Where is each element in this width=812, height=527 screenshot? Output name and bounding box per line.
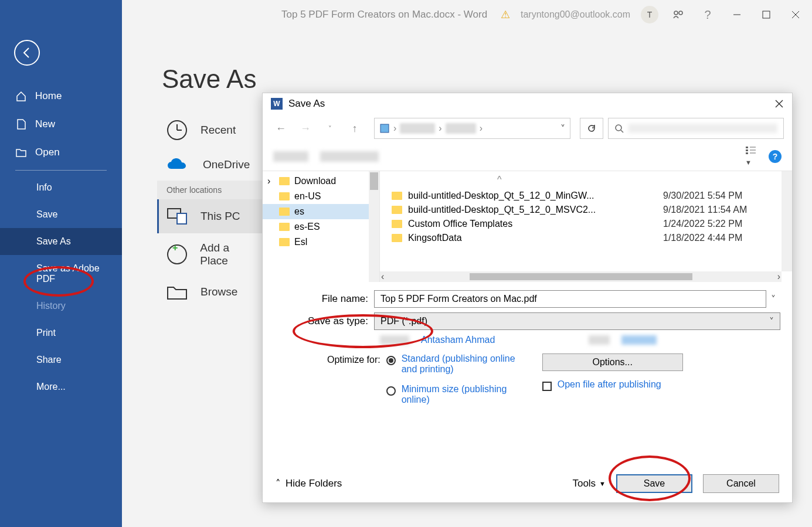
location-label: Recent [201,124,236,137]
coming-soon-icon[interactable] [669,5,688,24]
file-row[interactable]: build-untitled-Desktop_Qt_5_12_0_MSVC2..… [380,203,792,217]
maximize-button[interactable] [757,5,776,24]
svg-point-0 [674,11,678,15]
nav-label: Save as Adobe PDF [36,263,107,284]
tags-value[interactable] [621,335,657,345]
search-box[interactable] [608,118,784,139]
tree-item[interactable]: es-ES [263,219,379,234]
nav-share[interactable]: Share [0,346,122,373]
type-select[interactable]: PDF (*.pdf) ˅ [374,312,780,330]
nav-dropdown-button[interactable]: ˅ [320,118,340,138]
location-browse[interactable]: Browse [157,276,269,308]
dialog-footer: ˄ Hide Folders Tools ▼ Save Cancel [263,465,792,502]
nav-back-button[interactable]: ← [271,118,291,138]
add-place-icon: + [167,244,187,265]
address-bar[interactable]: › xxxx › xxx › ˅ [374,118,570,139]
location-this-pc[interactable]: This PC [157,199,269,233]
folder-icon [392,220,402,228]
organize-button[interactable] [273,151,308,162]
svg-text:+: + [172,244,178,253]
help-icon[interactable]: ? [698,5,717,24]
nav-home[interactable]: Home [0,82,122,110]
folder-icon [392,206,402,214]
nav-label: New [35,118,55,130]
nav-new[interactable]: New [0,110,122,138]
chevron-down-icon[interactable]: ˅ [560,123,565,134]
radio-icon [386,356,396,365]
filename-input[interactable] [374,290,766,308]
tree-scrollbar[interactable] [369,171,379,282]
location-add-place[interactable]: + Add a Place [157,233,269,276]
horizontal-scrollbar[interactable]: ‹› [380,271,782,282]
nav-save-as[interactable]: Save As [0,228,122,255]
dialog-nav-toolbar: ← → ˅ ↑ › xxxx › xxx › ˅ [263,114,792,142]
svg-rect-3 [763,11,770,18]
chevron-down-icon[interactable]: ˅ [766,294,780,305]
dialog-close-button[interactable] [774,99,784,108]
help-button[interactable]: ? [769,150,782,163]
dialog-titlebar: W Save As [263,93,792,114]
author-name[interactable]: Ahtasham Ahmad [421,335,495,345]
nav-print[interactable]: Print [0,319,122,346]
minimize-button[interactable] [728,5,746,24]
svg-point-1 [679,11,682,15]
tree-item[interactable]: ›Download [263,174,379,189]
cancel-button[interactable]: Cancel [703,474,779,493]
chevron-right-icon: › [393,123,396,134]
save-button[interactable]: Save [616,474,692,493]
open-after-checkbox[interactable]: Open file after publishing [542,379,683,391]
hide-folders-button[interactable]: ˄ Hide Folders [276,478,342,490]
nav-save-adobe[interactable]: Save as Adobe PDF [0,255,122,293]
file-row[interactable]: build-untitled-Desktop_Qt_5_12_0_MinGW..… [380,189,792,203]
chevron-right-icon: › [439,123,441,134]
location-label: Browse [201,285,237,298]
avatar[interactable]: T [641,6,658,23]
nav-history: History [0,293,122,319]
nav-up-button[interactable]: ↑ [345,118,365,138]
folder-icon [167,284,188,300]
tags-label [589,335,610,345]
radio-minimum[interactable]: Minimum size (publishing online) [386,384,519,405]
new-folder-button[interactable] [320,151,379,162]
file-list-header[interactable]: ^ [380,171,792,189]
nav-more[interactable]: More... [0,373,122,400]
save-as-dialog: W Save As ← → ˅ ↑ › xxxx › xxx › ˅ [262,93,793,503]
path-segment[interactable]: xxxx [400,123,435,134]
nav-save[interactable]: Save [0,201,122,228]
radio-standard[interactable]: Standard (publishing online and printing… [386,353,519,375]
path-segment[interactable]: xxx [446,123,476,134]
chevron-down-icon: ▼ [599,480,606,487]
location-recent[interactable]: Recent [157,111,269,149]
chevron-right-icon[interactable]: › [267,176,270,186]
dialog-title: Save As [288,98,325,110]
file-explorer: ›Download en-US es es-ES Esl ^ build-unt… [263,171,792,282]
tree-item[interactable]: Esl [263,234,379,250]
refresh-button[interactable] [580,118,603,139]
nav-label: Share [36,355,62,365]
location-label: This PC [201,210,240,223]
nav-open[interactable]: Open [0,138,122,166]
checkbox-icon [542,382,552,391]
nav-info[interactable]: Info [0,174,122,201]
nav-label: Save [36,209,57,220]
titlebar: Top 5 PDF Form Creators on Mac.docx - Wo… [122,0,812,29]
view-button[interactable]: ▼ [745,146,760,167]
authors-label [380,335,409,345]
file-row[interactable]: KingsoftData1/18/2022 4:44 PM [380,231,792,245]
file-row[interactable]: Custom Office Templates1/24/2022 5:22 PM [380,217,792,231]
nav-forward-button: → [295,118,315,138]
vertical-scrollbar[interactable] [782,171,792,271]
tree-item[interactable]: en-US [263,189,379,204]
location-label: Add a Place [200,242,259,267]
folder-icon [279,208,290,216]
tools-dropdown[interactable]: Tools ▼ [572,478,606,489]
options-button[interactable]: Options... [542,353,683,371]
nav-label: Open [35,147,60,158]
folder-tree[interactable]: ›Download en-US es es-ES Esl [263,171,380,282]
svg-rect-15 [380,124,389,132]
location-onedrive[interactable]: OneDrive [157,149,274,181]
tree-item[interactable]: es [263,204,379,219]
back-button[interactable] [14,40,40,66]
svg-point-16 [616,125,621,131]
close-button[interactable] [786,5,805,24]
